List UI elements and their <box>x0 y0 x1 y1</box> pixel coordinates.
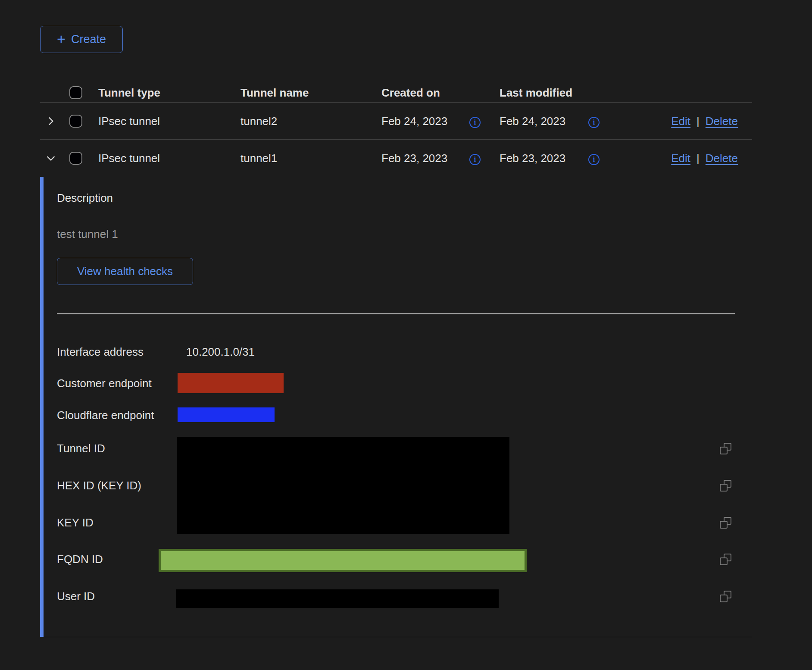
delete-link[interactable]: Delete <box>706 152 738 165</box>
info-icon[interactable]: i <box>469 154 481 165</box>
copy-key-id-button[interactable] <box>720 517 731 529</box>
header-tunnel-name: Tunnel name <box>240 86 309 99</box>
fqdn-id-redacted-value <box>159 549 527 572</box>
header-last-modified: Last modified <box>500 86 572 99</box>
interface-address-label: Interface address <box>57 345 144 359</box>
customer-endpoint-redacted-value <box>178 373 284 393</box>
last-modified-value: Feb 23, 2023 <box>500 152 565 165</box>
plus-icon: + <box>57 31 66 46</box>
tunnel-type-value: IPsec tunnel <box>98 114 160 128</box>
info-icon[interactable]: i <box>588 117 600 128</box>
copy-hex-id-button[interactable] <box>720 480 731 492</box>
chevron-right-icon <box>46 116 56 126</box>
tunnel-id-label: Tunnel ID <box>57 441 105 455</box>
info-icon[interactable]: i <box>588 154 600 165</box>
row-checkbox[interactable] <box>69 152 82 165</box>
fqdn-id-label: FQDN ID <box>57 552 103 566</box>
copy-icon <box>720 554 731 565</box>
tunnel-type-value: IPsec tunnel <box>98 152 160 165</box>
header-tunnel-type: Tunnel type <box>98 86 160 99</box>
created-on-value: Feb 24, 2023 <box>381 114 447 128</box>
cloudflare-endpoint-label: Cloudflare endpoint <box>57 408 154 422</box>
tunnel-name-value: tunnel1 <box>240 152 277 165</box>
tunnel-detail-panel: Description test tunnel 1 View health ch… <box>40 177 752 637</box>
description-value: test tunnel 1 <box>57 227 118 241</box>
edit-link[interactable]: Edit <box>671 114 690 128</box>
customer-endpoint-label: Customer endpoint <box>57 376 152 390</box>
delete-link[interactable]: Delete <box>706 114 738 128</box>
table-header-row: Tunnel type Tunnel name Created on Last … <box>40 83 752 103</box>
chevron-down-icon <box>46 153 56 163</box>
copy-tunnel-id-button[interactable] <box>720 443 731 454</box>
expanded-row-accent-bar <box>40 177 44 637</box>
create-button[interactable]: + Create <box>40 26 123 53</box>
table-row: IPsec tunnel tunnel2 Feb 24, 2023 i Feb … <box>40 103 752 140</box>
copy-icon <box>720 443 731 454</box>
tunnels-page: + Create Tunnel type Tunnel name Created… <box>40 26 752 637</box>
collapse-row-button[interactable] <box>46 153 56 163</box>
copy-icon <box>720 480 731 492</box>
row-checkbox[interactable] <box>69 115 82 128</box>
interface-address-value: 10.200.1.0/31 <box>186 345 255 359</box>
action-separator: | <box>696 152 700 165</box>
user-id-label: User ID <box>57 589 95 603</box>
cloudflare-endpoint-redacted-value <box>178 407 275 422</box>
copy-icon <box>720 591 731 602</box>
tunnel-name-value: tunnel2 <box>240 114 277 128</box>
copy-user-id-button[interactable] <box>720 591 731 602</box>
copy-fqdn-id-button[interactable] <box>720 554 731 565</box>
select-all-checkbox[interactable] <box>69 86 82 99</box>
edit-link[interactable]: Edit <box>671 152 690 165</box>
hex-id-label: HEX ID (KEY ID) <box>57 479 141 492</box>
user-id-redacted-value <box>176 589 499 608</box>
view-health-checks-button[interactable]: View health checks <box>57 258 193 285</box>
description-label: Description <box>57 191 113 205</box>
copy-icon <box>720 517 731 529</box>
table-row-expanded: IPsec tunnel tunnel1 Feb 23, 2023 i Feb … <box>40 140 752 177</box>
id-values-redacted-block <box>177 437 509 534</box>
created-on-value: Feb 23, 2023 <box>381 152 447 165</box>
expand-row-button[interactable] <box>46 116 56 126</box>
key-id-label: KEY ID <box>57 516 94 529</box>
info-icon[interactable]: i <box>469 117 481 128</box>
tunnels-table: Tunnel type Tunnel name Created on Last … <box>40 83 752 637</box>
create-button-label: Create <box>71 33 106 46</box>
section-divider <box>57 313 735 314</box>
action-separator: | <box>696 114 700 128</box>
header-created-on: Created on <box>381 86 440 99</box>
last-modified-value: Feb 24, 2023 <box>500 114 565 128</box>
